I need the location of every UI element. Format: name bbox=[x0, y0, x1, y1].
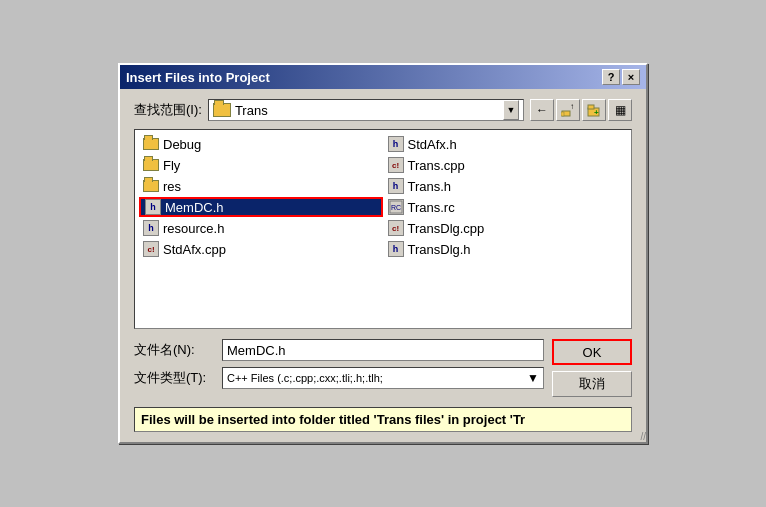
selected-file-item[interactable]: MemDC.h bbox=[139, 197, 383, 217]
insert-files-dialog: Insert Files into Project ? × 查找范围(I): T… bbox=[118, 63, 648, 444]
list-item[interactable]: c! TransDlg.cpp bbox=[384, 218, 628, 238]
h-icon bbox=[143, 220, 159, 236]
back-button[interactable]: ← bbox=[530, 99, 554, 121]
file-name: Fly bbox=[163, 158, 180, 173]
svg-text:↑: ↑ bbox=[570, 103, 574, 111]
file-name: res bbox=[163, 179, 181, 194]
folder-icon bbox=[143, 159, 159, 171]
h-icon bbox=[388, 136, 404, 152]
file-name: resource.h bbox=[163, 221, 224, 236]
file-name: TransDlg.cpp bbox=[408, 221, 485, 236]
dialog-title: Insert Files into Project bbox=[126, 70, 270, 85]
close-button[interactable]: × bbox=[622, 69, 640, 85]
up-button[interactable]: ↑ bbox=[556, 99, 580, 121]
h-icon bbox=[388, 178, 404, 194]
dialog-content: 查找范围(I): Trans ▼ ← ↑ bbox=[120, 89, 646, 442]
view-button[interactable]: ▦ bbox=[608, 99, 632, 121]
bottom-form: 文件名(N): 文件类型(T): C++ Files (.c;.cpp;.cxx… bbox=[134, 339, 544, 395]
list-item[interactable]: RC Trans.rc bbox=[384, 197, 628, 217]
svg-text:RC: RC bbox=[391, 204, 401, 211]
file-name: Trans.h bbox=[408, 179, 452, 194]
location-dropdown-arrow[interactable]: ▼ bbox=[503, 100, 519, 120]
folder-icon bbox=[143, 180, 159, 192]
file-name: Trans.rc bbox=[408, 200, 455, 215]
location-value: Trans bbox=[235, 103, 503, 118]
list-item[interactable]: c! Trans.cpp bbox=[384, 155, 628, 175]
cpp-icon: c! bbox=[388, 157, 404, 173]
action-buttons: OK 取消 bbox=[552, 339, 632, 397]
list-item[interactable]: res bbox=[139, 176, 383, 196]
filetype-combo[interactable]: C++ Files (.c;.cpp;.cxx;.tli;.h;.tlh; ▼ bbox=[222, 367, 544, 389]
new-folder-button[interactable]: + bbox=[582, 99, 606, 121]
filetype-value: C++ Files (.c;.cpp;.cxx;.tli;.h;.tlh; bbox=[227, 372, 523, 384]
svg-rect-1 bbox=[561, 112, 564, 116]
file-name: StdAfx.cpp bbox=[163, 242, 226, 257]
location-row: 查找范围(I): Trans ▼ ← ↑ bbox=[134, 99, 632, 121]
rc-icon: RC bbox=[388, 199, 404, 215]
title-bar: Insert Files into Project ? × bbox=[120, 65, 646, 89]
help-button[interactable]: ? bbox=[602, 69, 620, 85]
title-bar-buttons: ? × bbox=[602, 69, 640, 85]
list-item[interactable]: Debug bbox=[139, 134, 383, 154]
status-text: Files will be inserted into folder title… bbox=[141, 412, 525, 427]
list-item[interactable]: c! StdAfx.cpp bbox=[139, 239, 383, 259]
h-icon bbox=[388, 241, 404, 257]
filetype-label: 文件类型(T): bbox=[134, 369, 214, 387]
folder-icon bbox=[143, 138, 159, 150]
list-item[interactable]: resource.h bbox=[139, 218, 383, 238]
filetype-arrow[interactable]: ▼ bbox=[527, 371, 539, 385]
location-combo-inner: Trans bbox=[213, 103, 503, 118]
list-item[interactable]: TransDlg.h bbox=[384, 239, 628, 259]
file-name: TransDlg.h bbox=[408, 242, 471, 257]
new-folder-icon: + bbox=[587, 103, 601, 117]
file-name: Trans.cpp bbox=[408, 158, 465, 173]
list-item[interactable]: Trans.h bbox=[384, 176, 628, 196]
toolbar-buttons: ← ↑ + bbox=[530, 99, 632, 121]
filename-row: 文件名(N): bbox=[134, 339, 544, 361]
up-icon: ↑ bbox=[561, 103, 575, 117]
svg-text:+: + bbox=[594, 108, 599, 117]
file-name: Debug bbox=[163, 137, 201, 152]
cpp-icon: c! bbox=[143, 241, 159, 257]
resize-handle[interactable]: // bbox=[640, 431, 646, 442]
ok-button[interactable]: OK bbox=[552, 339, 632, 365]
filename-input[interactable] bbox=[222, 339, 544, 361]
file-list[interactable]: Debug StdAfx.h Fly c! Trans.cpp bbox=[134, 129, 632, 329]
h-icon bbox=[145, 199, 161, 215]
form-and-buttons: 文件名(N): 文件类型(T): C++ Files (.c;.cpp;.cxx… bbox=[134, 339, 632, 403]
location-combo[interactable]: Trans ▼ bbox=[208, 99, 524, 121]
folder-icon bbox=[213, 103, 231, 117]
list-item[interactable]: StdAfx.h bbox=[384, 134, 628, 154]
cancel-button[interactable]: 取消 bbox=[552, 371, 632, 397]
file-name: MemDC.h bbox=[165, 200, 224, 215]
status-bar: Files will be inserted into folder title… bbox=[134, 407, 632, 432]
location-label: 查找范围(I): bbox=[134, 101, 202, 119]
list-item[interactable]: Fly bbox=[139, 155, 383, 175]
filename-label: 文件名(N): bbox=[134, 341, 214, 359]
cpp-icon: c! bbox=[388, 220, 404, 236]
file-name: StdAfx.h bbox=[408, 137, 457, 152]
filetype-row: 文件类型(T): C++ Files (.c;.cpp;.cxx;.tli;.h… bbox=[134, 367, 544, 389]
